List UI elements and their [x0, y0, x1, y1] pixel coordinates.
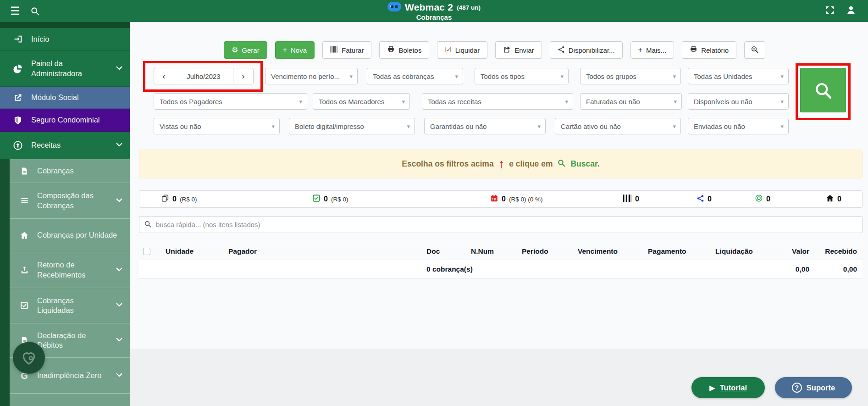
- check-square-icon: [19, 301, 30, 310]
- dropdown-caret-icon: ▾: [674, 98, 677, 105]
- filter-vistas[interactable]: Vistas ou não▾: [154, 118, 280, 134]
- stat-vistas: 0: [755, 191, 770, 207]
- period-navigator: ‹ Julho/2023 ›: [154, 68, 254, 84]
- column-header: Valor: [792, 242, 809, 261]
- fullscreen-icon[interactable]: [825, 5, 835, 17]
- dropdown-caret-icon: ▾: [780, 123, 784, 130]
- file-icon: [19, 167, 30, 175]
- column-header: Pagador: [228, 242, 257, 261]
- disponibilizar-button[interactable]: Disponibilizar...: [550, 41, 623, 59]
- share-nodes-icon: [558, 46, 565, 55]
- sidebar-item-retorno-recebimentos[interactable]: Retorno de Recebimentos: [10, 252, 130, 288]
- buscar-label: Buscar.: [570, 159, 599, 169]
- period-label[interactable]: Julho/2023: [174, 68, 233, 84]
- barcode-icon: [330, 46, 338, 54]
- sidebar-item-receitas[interactable]: Receitas: [0, 132, 130, 159]
- list-icon: [19, 196, 30, 205]
- select-all-checkbox[interactable]: [143, 248, 150, 255]
- user-icon[interactable]: [846, 5, 856, 17]
- dropdown-caret-icon: ▾: [402, 98, 405, 105]
- filter-todos-tipos[interactable]: Todos os tipos▾: [475, 68, 569, 84]
- share-icon: [697, 195, 704, 204]
- relatorio-button[interactable]: Relatório: [682, 41, 736, 59]
- plus-icon: +: [638, 46, 642, 54]
- chevron-down-icon: [115, 371, 123, 381]
- sidebar-item-cobrancas-por-unidade[interactable]: Cobranças por Unidade: [10, 219, 130, 252]
- sidebar-item-painel-administradora[interactable]: Painel da Administradora: [0, 51, 130, 87]
- filter-garantidas[interactable]: Garantidas ou não▾: [424, 118, 546, 134]
- filter-todas-unidades[interactable]: Todas as Unidades▾: [688, 68, 789, 84]
- stat-liquidadas: 0(R$ 0): [312, 191, 348, 207]
- gear-icon: ⚙: [232, 46, 238, 54]
- enviar-button[interactable]: Enviar: [495, 41, 542, 59]
- filter-todas-cobrancas[interactable]: Todas as cobranças▾: [367, 68, 463, 84]
- filter-cartao-ativo[interactable]: Cartão ativo ou não▾: [555, 118, 681, 134]
- suporte-button[interactable]: ? Suporte: [775, 377, 852, 398]
- sidebar-item-modulo-social[interactable]: Módulo Social: [0, 87, 130, 109]
- sidebar-item-label: Seguro Condominial: [31, 115, 123, 125]
- column-header: Vencimento: [578, 242, 618, 261]
- dropdown-caret-icon: ▾: [780, 98, 784, 105]
- question-icon: ?: [792, 383, 802, 393]
- dropdown-caret-icon: ▾: [271, 123, 275, 130]
- pie-chart-icon: [12, 64, 24, 74]
- sidebar-item-inadimplencia[interactable]: Inadimplência: [10, 394, 130, 406]
- liquidar-button[interactable]: ☑ Liquidar: [437, 41, 487, 59]
- sidebar-item-cobrancas[interactable]: Cobranças: [10, 159, 130, 183]
- webmac-logo-icon: [387, 2, 401, 13]
- sidebar-item-label: Composição das Cobranças: [37, 191, 112, 211]
- column-header: N.Num: [471, 242, 494, 261]
- chevron-down-icon: [115, 300, 123, 311]
- home-icon: [19, 231, 30, 240]
- copy-icon: [161, 194, 169, 204]
- filter-enviadas[interactable]: Enviadas ou não▾: [688, 118, 789, 134]
- play-icon: ▶: [709, 384, 715, 392]
- buscar-magnifier-icon: [557, 159, 566, 169]
- search-icon: [144, 220, 152, 230]
- filter-boleto-digital[interactable]: Boleto digital/impresso▾: [289, 118, 415, 134]
- dropdown-caret-icon: ▾: [299, 98, 302, 105]
- filter-todos-grupos[interactable]: Todos os grupos▾: [580, 68, 681, 84]
- nova-button[interactable]: + Nova: [275, 41, 315, 59]
- filter-row-2: Todos os Pagadores▾ Todos os Marcadores▾…: [130, 93, 868, 110]
- sidebar-item-seguro-condominial[interactable]: Seguro Condominial: [0, 109, 130, 132]
- summary-recebido: 0,00: [843, 260, 857, 278]
- sidebar-item-label: Cobranças Liquidadas: [37, 296, 112, 316]
- filter-todos-marcadores[interactable]: Todos os Marcadores▾: [313, 93, 410, 110]
- filter-todas-receitas[interactable]: Todas as receitas▾: [422, 93, 573, 110]
- dropdown-caret-icon: ▾: [673, 123, 676, 130]
- gerar-button[interactable]: ⚙ Gerar: [224, 41, 267, 59]
- filter-faturadas[interactable]: Faturadas ou não▾: [580, 93, 682, 110]
- sidebar-item-cobrancas-liquidadas[interactable]: Cobranças Liquidadas: [10, 288, 130, 323]
- summary-valor: 0,00: [796, 260, 809, 278]
- external-link-icon: [12, 93, 24, 102]
- brand-units-badge: (487 un): [457, 4, 481, 11]
- next-month-button[interactable]: ›: [233, 68, 254, 84]
- share-square-icon: [503, 45, 511, 55]
- filter-todos-pagadores[interactable]: Todos os Pagadores▾: [154, 93, 307, 110]
- previous-month-button[interactable]: ‹: [154, 68, 174, 84]
- sidebar-item-label: Retorno de Recebimentos: [37, 260, 112, 280]
- stat-unidades: 0: [826, 191, 841, 207]
- zoom-search-button[interactable]: [744, 41, 765, 59]
- filter-disponiveis[interactable]: Disponíveis ou não▾: [688, 93, 789, 110]
- help-chat-widget[interactable]: [13, 342, 45, 374]
- calendar-icon: [490, 194, 498, 204]
- column-header: Liquidação: [715, 242, 753, 261]
- faturar-button[interactable]: Faturar: [322, 41, 371, 59]
- cobrancas-table: Unidade Pagador Doc N.Num Período Vencim…: [139, 242, 862, 278]
- filter-row-3: Vistas ou não▾ Boleto digital/impresso▾ …: [130, 118, 868, 134]
- buscar-button[interactable]: [800, 68, 846, 112]
- totals-bar: 0(R$ 0) 0(R$ 0) 0(R$ 0) (0 %) 0 0 0 0: [139, 190, 862, 208]
- tutorial-button[interactable]: ▶ Tutorial: [691, 377, 765, 398]
- page-title: Cobranças: [416, 14, 452, 21]
- upload-icon: [19, 266, 30, 274]
- sign-in-icon: [12, 34, 24, 44]
- sidebar-item-composicao-cobrancas[interactable]: Composição das Cobranças: [10, 183, 130, 219]
- sidebar-item-inicio[interactable]: Início: [0, 28, 130, 51]
- quick-search-input[interactable]: [139, 216, 862, 233]
- boletos-button[interactable]: Boletos: [379, 41, 429, 59]
- printer-icon: [690, 45, 697, 55]
- filter-vencimento-periodo[interactable]: Vencimento no perío...▾: [265, 68, 358, 84]
- mais-button[interactable]: + Mais...: [630, 41, 674, 59]
